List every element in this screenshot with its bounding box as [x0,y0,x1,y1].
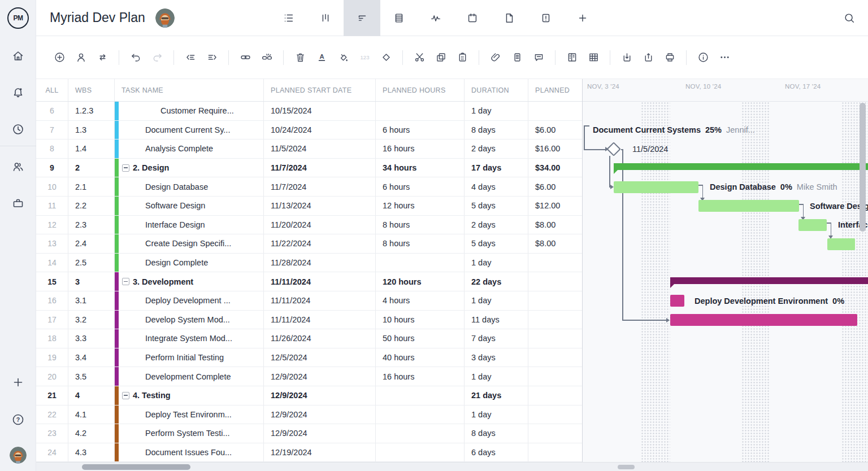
task-name-cell[interactable]: Development Complete [115,367,264,386]
planned-cost-cell[interactable]: $12.00 [528,197,582,215]
task-name-cell[interactable]: 3. Development [115,272,264,291]
sidebar-item-help[interactable]: ? [0,411,36,428]
task-name-cell[interactable]: 2. Design [115,159,264,177]
planned-cost-cell[interactable]: $8.00 [528,234,582,253]
duration-cell[interactable]: 4 days [465,177,528,196]
milestone-button[interactable] [375,47,397,68]
gantt-vertical-scrollbar[interactable] [860,103,866,232]
wbs-cell[interactable]: 1.4 [68,139,115,158]
planned-start-date-cell[interactable]: 11/7/2024 [264,159,376,177]
planned-cost-cell[interactable]: $6.00 [528,121,582,139]
redo-button[interactable] [146,47,168,68]
number-format-button[interactable]: 123 [354,47,375,68]
task-name-cell[interactable]: 4. Testing [115,386,264,405]
columns-button[interactable] [561,47,583,68]
duration-cell[interactable]: 1 day [465,367,528,386]
wbs-cell[interactable]: 2.4 [68,234,115,253]
task-name-cell[interactable]: Deploy Development ... [115,291,264,310]
wbs-cell[interactable]: 4.2 [68,424,115,443]
delete-button[interactable] [289,47,311,68]
planned-hours-cell[interactable]: 6 hours [376,177,465,196]
gantt-milestone-diamond[interactable] [606,142,620,156]
table-row[interactable]: 153 3. Development 11/11/2024120 hours22… [36,272,582,291]
planned-start-date-cell[interactable]: 11/26/2024 [264,329,376,348]
planned-hours-cell[interactable]: 12 hours [376,197,465,215]
table-row[interactable]: 132.4 Create Design Specifi... 11/22/202… [36,234,582,254]
task-name-cell[interactable]: Integrate System Mod... [115,329,264,348]
planned-cost-cell[interactable]: $16.00 [528,139,582,158]
project-title[interactable]: Myriad Dev Plan [50,10,145,25]
wbs-cell[interactable]: 4.3 [68,443,115,462]
table-horizontal-scrollbar[interactable] [82,464,190,470]
wbs-cell[interactable]: 1.2.3 [68,102,115,120]
column-header-task-name[interactable]: TASK NAME [115,79,264,101]
planned-cost-cell[interactable] [528,329,582,348]
wbs-cell[interactable]: 3.2 [68,311,115,329]
table-row[interactable]: 122.3 Interface Design 11/20/20248 hours… [36,216,582,235]
table-row[interactable]: 203.5 Development Complete 12/9/202416 h… [36,367,582,386]
planned-start-date-cell[interactable]: 12/9/2024 [264,424,376,443]
planned-start-date-cell[interactable]: 12/19/2024 [264,443,376,462]
sidebar-item-home[interactable] [0,47,36,64]
duration-cell[interactable]: 17 days [465,159,528,177]
duration-cell[interactable]: 21 days [465,386,528,405]
wbs-cell[interactable]: 1.3 [68,121,115,139]
wbs-cell[interactable]: 2.1 [68,177,115,196]
column-header-planned-cost[interactable]: PLANNED [528,79,582,101]
sidebar-item-team[interactable] [0,158,36,175]
gantt-task-bar[interactable] [670,314,857,326]
wbs-cell[interactable]: 4.1 [68,405,115,424]
planned-hours-cell[interactable]: 34 hours [376,159,465,177]
task-name-cell[interactable]: Deploy Test Environm... [115,405,264,424]
planned-start-date-cell[interactable]: 11/13/2024 [264,197,376,215]
planned-cost-cell[interactable] [528,386,582,405]
duration-cell[interactable]: 22 days [465,272,528,291]
gantt-task-bar[interactable] [670,295,684,307]
planned-start-date-cell[interactable]: 11/11/2024 [264,291,376,310]
undo-button[interactable] [125,47,146,68]
gantt-task-bar[interactable] [798,219,827,231]
paste-button[interactable] [452,47,473,68]
task-name-cell[interactable]: Interface Design [115,216,264,234]
duration-cell[interactable]: 2 days [465,216,528,234]
planned-cost-cell[interactable]: $8.00 [528,216,582,234]
table-row[interactable]: 163.1 Deploy Development ... 11/11/20244… [36,291,582,311]
table-row[interactable]: 173.2 Develop System Mod... 11/11/202410… [36,311,582,330]
assign-button[interactable] [70,47,92,68]
column-header-planned-start-date[interactable]: PLANNED START DATE [264,79,376,101]
search-button[interactable] [843,12,856,24]
gantt-task-bar[interactable] [614,181,698,193]
duration-cell[interactable]: 5 days [465,197,528,215]
wbs-cell[interactable]: 2 [68,159,115,177]
planned-start-date-cell[interactable]: 12/5/2024 [264,348,376,367]
attachment-button[interactable] [485,47,506,68]
column-header-planned-hours[interactable]: PLANNED HOURS [376,79,465,101]
import-button[interactable] [616,47,637,68]
tab-sheet-view[interactable] [380,0,417,36]
column-header-wbs[interactable]: WBS [68,79,115,101]
notes-button[interactable] [506,47,528,68]
gantt-summary-bar[interactable] [614,163,868,170]
planned-hours-cell[interactable]: 4 hours [376,291,465,310]
planned-start-date-cell[interactable]: 12/9/2024 [264,367,376,386]
duration-cell[interactable]: 5 days [465,234,528,253]
table-row[interactable]: 142.5 Design Complete 11/28/20241 day [36,254,582,273]
project-owner-avatar[interactable] [155,8,175,28]
task-name-cell[interactable]: Document Issues Fou... [115,443,264,462]
collapse-toggle[interactable] [122,164,129,172]
planned-start-date-cell[interactable]: 11/11/2024 [264,272,376,291]
duration-cell[interactable]: 11 days [465,311,528,329]
gantt-horizontal-scrollbar[interactable] [618,465,635,469]
tab-activity-view[interactable] [417,0,454,36]
planned-start-date-cell[interactable]: 10/24/2024 [264,121,376,139]
tab-alert-view[interactable] [527,0,564,36]
sidebar-item-portfolio[interactable] [0,195,36,212]
collapse-toggle[interactable] [122,392,129,399]
gantt-summary-bar[interactable] [670,277,868,284]
planned-start-date-cell[interactable]: 11/22/2024 [264,234,376,253]
wbs-cell[interactable]: 3.5 [68,367,115,386]
planned-start-date-cell[interactable]: 10/15/2024 [264,102,376,120]
task-name-cell[interactable]: Analysis Complete [115,139,264,158]
duration-cell[interactable]: 2 days [465,139,528,158]
cut-button[interactable] [409,47,430,68]
